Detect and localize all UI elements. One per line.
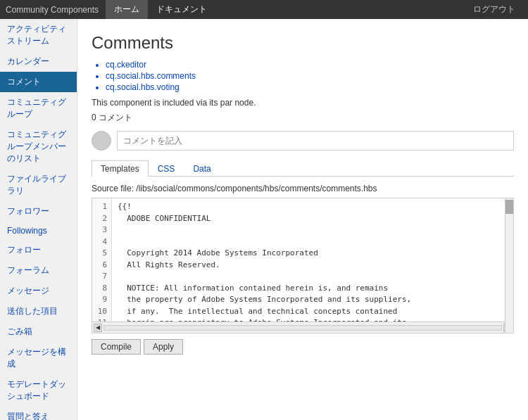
code-editor-container: 123456789101112131415161718192021 {{! AD… — [92, 198, 514, 333]
nav-tab-home[interactable]: ホーム — [106, 0, 148, 19]
scrollbar-thumb[interactable] — [505, 200, 513, 214]
sidebar-item-follow[interactable]: フォロー — [0, 240, 77, 260]
sidebar-item-activity[interactable]: アクティビティストリーム — [0, 19, 77, 51]
sidebar-item-followings[interactable]: Followings — [0, 222, 77, 240]
top-nav: Community Components ホーム ドキュメント ログアウト — [0, 0, 528, 19]
comment-input[interactable] — [117, 131, 514, 151]
nav-tabs: ホーム ドキュメント — [106, 0, 215, 19]
hscroll-track[interactable] — [103, 325, 502, 331]
avatar — [92, 131, 111, 151]
tab-bar: Templates CSS Data — [92, 160, 514, 177]
sidebar-item-file-library[interactable]: ファイルライブラリ — [0, 169, 77, 201]
brand-label: Community Components — [6, 5, 99, 15]
action-buttons: Compile Apply — [92, 339, 514, 355]
tab-data[interactable]: Data — [184, 160, 220, 177]
sidebar: アクティビティストリーム カレンダー コメント コミュニティグループ コミュニテ… — [0, 19, 77, 420]
sidebar-item-forum[interactable]: フォーラム — [0, 260, 77, 281]
tab-css[interactable]: CSS — [149, 160, 184, 177]
tab-templates[interactable]: Templates — [92, 160, 149, 177]
content-area: Comments cq.ckeditor cq.social.hbs.comme… — [77, 19, 528, 420]
logout-button[interactable]: ログアウト — [466, 4, 522, 15]
sidebar-item-community-group-members[interactable]: コミュニティグループメンバーのリスト — [0, 125, 77, 169]
nav-tab-docs[interactable]: ドキュメント — [148, 0, 215, 19]
resource-item-2: cq.social.hbs.voting — [106, 82, 514, 92]
vertical-scrollbar[interactable] — [505, 198, 513, 322]
sidebar-item-followers[interactable]: フォロワー — [0, 201, 77, 222]
sidebar-item-sent[interactable]: 送信した項目 — [0, 301, 77, 322]
compile-button[interactable]: Compile — [92, 339, 141, 355]
sidebar-item-comments[interactable]: コメント — [0, 72, 77, 92]
code-editor[interactable]: 123456789101112131415161718192021 {{! AD… — [92, 198, 513, 322]
page-title: Comments — [92, 33, 514, 53]
included-note: This component is included via its par n… — [92, 98, 514, 108]
sidebar-item-community-group[interactable]: コミュニティグループ — [0, 92, 77, 125]
line-numbers: 123456789101112131415161718192021 — [92, 198, 112, 322]
sidebar-item-trash[interactable]: ごみ箱 — [0, 322, 77, 342]
code-content: {{! ADOBE CONFIDENTIAL Copyright 2014 Ad… — [112, 198, 513, 322]
sidebar-item-compose[interactable]: メッセージを構成 — [0, 342, 77, 374]
sidebar-item-calendar[interactable]: カレンダー — [0, 51, 77, 72]
main-layout: アクティビティストリーム カレンダー コメント コミュニティグループ コミュニテ… — [0, 19, 528, 420]
sidebar-item-message[interactable]: メッセージ — [0, 281, 77, 301]
resource-item-1: cq.social.hbs.comments — [106, 71, 514, 81]
scroll-left-arrow[interactable]: ◀ — [94, 324, 102, 332]
source-file-label: Source file: /libs/social/commons/compon… — [92, 184, 514, 193]
sidebar-item-qa[interactable]: 質問と答え — [0, 407, 77, 420]
horizontal-scrollbar[interactable]: ◀ ▶ — [92, 322, 513, 333]
comment-input-area — [92, 131, 514, 151]
comment-count: 0 コメント — [92, 112, 514, 124]
resource-list: cq.ckeditor cq.social.hbs.comments cq.so… — [106, 60, 514, 92]
sidebar-item-moderation[interactable]: モデレートダッシュボード — [0, 374, 77, 407]
resource-item-0: cq.ckeditor — [106, 60, 514, 70]
apply-button[interactable]: Apply — [144, 339, 183, 355]
